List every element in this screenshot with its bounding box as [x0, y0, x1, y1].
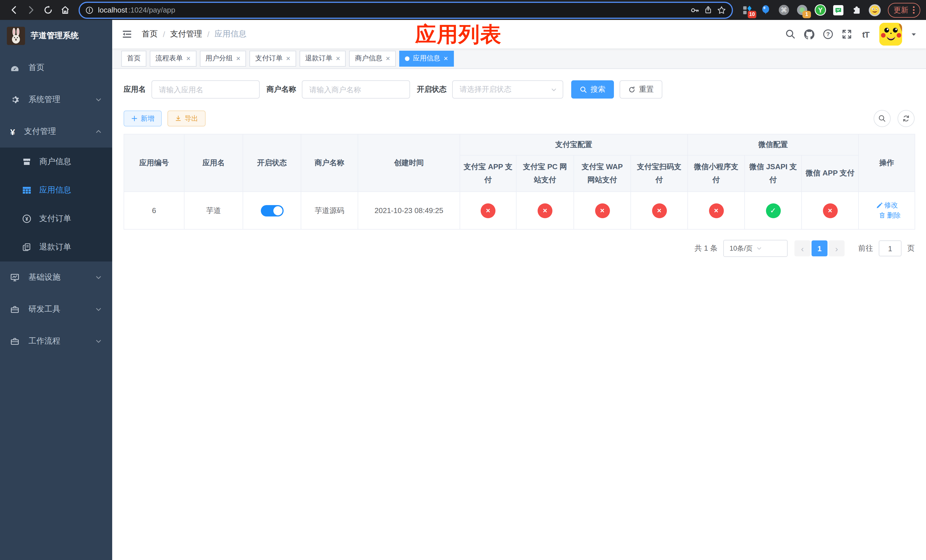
sidebar-item-pay-orders[interactable]: ¥ 支付订单: [0, 204, 112, 233]
sidebar-item-dev-tools[interactable]: 研发工具: [0, 294, 112, 325]
tab-close-icon[interactable]: ×: [443, 55, 448, 62]
tab-label: 商户信息: [355, 53, 383, 63]
goto-page-input[interactable]: [879, 241, 902, 256]
search-button[interactable]: 搜索: [571, 80, 614, 98]
prev-page-button[interactable]: ‹: [794, 241, 810, 256]
delete-link-label: 删除: [887, 210, 901, 220]
next-page-button[interactable]: ›: [829, 241, 844, 256]
browser-menu-kebab-icon[interactable]: [913, 9, 915, 11]
status-toggle[interactable]: [260, 205, 283, 216]
extension-balloon-icon[interactable]: [758, 3, 772, 17]
browser-forward-button[interactable]: [23, 2, 39, 18]
site-info-icon[interactable]: [85, 6, 94, 14]
merchant-name-input[interactable]: [302, 80, 410, 98]
tab-close-icon[interactable]: ×: [186, 55, 191, 62]
update-label: 更新: [894, 5, 908, 15]
page-number-button[interactable]: 1: [811, 241, 828, 256]
page-size-select[interactable]: 10条/页: [723, 240, 788, 257]
password-key-icon[interactable]: [690, 5, 699, 15]
app-name-input[interactable]: [151, 80, 260, 98]
reset-button[interactable]: 重置: [620, 80, 662, 98]
show-search-toggle-button[interactable]: [874, 110, 891, 127]
github-icon[interactable]: [804, 29, 814, 39]
sidebar-item-label: 支付管理: [24, 127, 86, 137]
avatar-caret-icon[interactable]: [911, 31, 917, 37]
sidebar-logo-row[interactable]: 芋道管理系统: [0, 20, 112, 52]
export-button-label: 导出: [185, 114, 198, 123]
status-select[interactable]: 请选择开启状态: [452, 80, 563, 98]
cell-app-name: 芋道: [184, 192, 243, 229]
app-title: 芋道管理系统: [31, 31, 79, 41]
yen-icon: ¥: [10, 127, 15, 136]
pagination: 共 1 条 10条/页 ‹ 1 › 前往 页: [124, 240, 915, 257]
tab-close-icon[interactable]: ×: [236, 55, 240, 62]
filter-form: 应用名 商户名称 开启状态 请选择开启状态: [124, 80, 915, 98]
fullscreen-icon[interactable]: [842, 29, 852, 39]
col-header-wechat-app: 微信 APP 支付: [802, 155, 858, 192]
browser-back-button[interactable]: [6, 2, 22, 18]
help-icon[interactable]: ?: [823, 29, 833, 39]
tab-label: 用户分组: [205, 53, 233, 63]
cell-merchant: 芋道源码: [301, 192, 358, 229]
font-size-icon[interactable]: tT: [861, 29, 871, 39]
extension-chat-icon[interactable]: [831, 3, 845, 17]
browser-home-button[interactable]: [57, 2, 73, 18]
export-button[interactable]: 导出: [168, 110, 206, 127]
bookmark-star-icon[interactable]: [717, 5, 726, 15]
breadcrumb-home[interactable]: 首页: [142, 29, 158, 39]
cell-actions: 修改 删除: [858, 192, 915, 229]
sidebar-item-app-info[interactable]: 应用信息: [0, 176, 112, 204]
tab-process-form[interactable]: 流程表单 ×: [150, 50, 196, 67]
sidebar-item-system[interactable]: 系统管理: [0, 84, 112, 116]
share-icon[interactable]: [704, 6, 713, 14]
extensions-puzzle-icon[interactable]: [850, 3, 863, 17]
extension-badge: 1: [802, 11, 811, 18]
tab-app-info[interactable]: 应用信息 ×: [399, 50, 454, 67]
app-table: 应用编号 应用名 开启状态 商户名称 创建时间 支付宝配置 微信配置 操作 支付…: [124, 134, 915, 230]
tab-refund-orders[interactable]: 退款订单 ×: [300, 50, 346, 67]
cell-app-id: 6: [124, 192, 184, 229]
sidebar-item-merchant-info[interactable]: 商户信息: [0, 148, 112, 176]
sidebar-item-home[interactable]: 首页: [0, 52, 112, 84]
profile-avatar-icon[interactable]: [868, 3, 882, 17]
plus-icon: [131, 115, 138, 122]
tab-close-icon[interactable]: ×: [286, 55, 290, 62]
table-tools: [874, 110, 915, 127]
tab-close-icon[interactable]: ×: [386, 55, 390, 62]
tab-merchant-info[interactable]: 商户信息 ×: [350, 50, 396, 67]
alipay-wap-status-icon: ×: [595, 203, 610, 218]
edit-link-label: 修改: [884, 201, 898, 210]
header-search-icon[interactable]: [785, 29, 796, 39]
col-header-app-name: 应用名: [184, 134, 243, 192]
sidebar-item-workflow[interactable]: 工作流程: [0, 325, 112, 357]
tab-close-icon[interactable]: ×: [336, 55, 340, 62]
tab-user-group[interactable]: 用户分组 ×: [200, 50, 246, 67]
sidebar-item-infrastructure[interactable]: 基础设施: [0, 262, 112, 294]
delete-link[interactable]: 删除: [878, 210, 901, 220]
sidebar-item-payment[interactable]: ¥ 支付管理: [0, 116, 112, 148]
alipay-app-status-icon: ×: [481, 203, 495, 218]
sidebar-item-refund-orders[interactable]: 退款订单: [0, 233, 112, 262]
extension-sketch-icon[interactable]: 10: [740, 3, 754, 17]
add-button[interactable]: 新增: [124, 110, 162, 127]
screenshot-root: localhost:1024/pay/app 10 ⌘ 1: [0, 0, 926, 560]
page-content: 应用名 商户名称 开启状态 请选择开启状态: [112, 69, 926, 560]
tab-pay-orders[interactable]: 支付订单 ×: [250, 50, 296, 67]
sidebar-collapse-icon[interactable]: [121, 29, 133, 40]
tab-home[interactable]: 首页: [121, 50, 146, 67]
extension-yuque-icon[interactable]: Y: [813, 3, 827, 17]
extension-command-icon[interactable]: ⌘: [777, 3, 790, 17]
chevron-down-icon: [95, 306, 102, 313]
edit-link[interactable]: 修改: [876, 201, 898, 210]
monitor-chart-icon: [10, 273, 20, 282]
svg-text:Y: Y: [818, 6, 822, 14]
col-header-wechat-lite: 微信小程序支付: [688, 155, 744, 192]
breadcrumb-payment[interactable]: 支付管理: [170, 29, 202, 39]
browser-reload-button[interactable]: [40, 2, 56, 18]
url-bar[interactable]: localhost:1024/pay/app: [79, 2, 733, 18]
search-icon: [580, 86, 587, 93]
refresh-table-button[interactable]: [897, 110, 915, 127]
user-avatar[interactable]: [879, 23, 902, 45]
extension-recorder-icon[interactable]: 1: [795, 3, 809, 17]
browser-update-button[interactable]: 更新: [888, 3, 920, 17]
